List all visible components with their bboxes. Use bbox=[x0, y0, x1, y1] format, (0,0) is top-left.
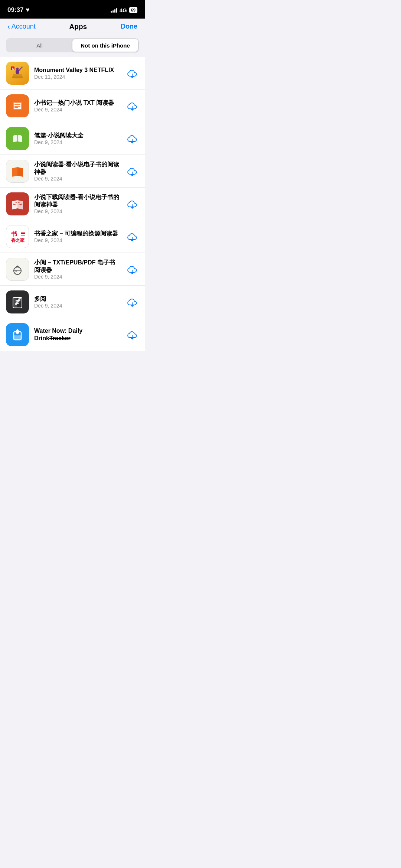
app-name: 小阅 – TXT/EPUB/PDF 电子书阅读器 bbox=[34, 259, 115, 273]
app-date: Dec 9, 2024 bbox=[34, 139, 120, 145]
svg-text:书: 书 bbox=[11, 231, 17, 237]
svg-point-3 bbox=[16, 68, 19, 70]
status-bar: 09:37 ♥ 4G 69 bbox=[0, 0, 145, 19]
app-icon: N bbox=[6, 62, 29, 85]
app-date: Dec 9, 2024 bbox=[34, 107, 120, 113]
download-button[interactable] bbox=[125, 66, 139, 80]
list-item: ≡ 小阅 – TXT/EPUB/PDF 电子书阅读器 Dec 9, 2024 bbox=[0, 253, 145, 286]
battery-container: 69 bbox=[129, 7, 137, 13]
app-info: Monument Valley 3 NETFLIX Dec 11, 2024 bbox=[34, 66, 120, 80]
app-name: 小说阅读器-看小说电子书的阅读神器 bbox=[34, 161, 119, 175]
heart-icon: ♥ bbox=[26, 6, 29, 14]
app-icon bbox=[6, 290, 29, 313]
chevron-left-icon: ‹ bbox=[7, 22, 10, 31]
navigation-bar: ‹ Account Apps Done bbox=[0, 19, 145, 35]
app-name: Monument Valley 3 NETFLIX bbox=[34, 67, 114, 73]
download-button[interactable] bbox=[125, 197, 139, 211]
app-date: Dec 11, 2024 bbox=[34, 74, 120, 80]
segment-control: All Not on this iPhone bbox=[6, 38, 139, 52]
app-info: Water Now: Daily DrinkTracker bbox=[34, 327, 120, 342]
app-name: 小说下载阅读器-看小说电子书的阅读神器 bbox=[34, 194, 119, 208]
list-item: 小说下载阅读器-看小说电子书的阅读神器 Dec 9, 2024 bbox=[0, 188, 145, 220]
app-info: 多阅 Dec 9, 2024 bbox=[34, 295, 120, 309]
app-date: Dec 9, 2024 bbox=[34, 237, 120, 243]
svg-point-5 bbox=[21, 66, 23, 68]
app-icon bbox=[6, 94, 29, 117]
app-info: 小说阅读器-看小说电子书的阅读神器 Dec 9, 2024 bbox=[34, 161, 120, 182]
app-name: 书香之家 – 可编程的换源阅读器 bbox=[34, 230, 118, 237]
app-name: 笔趣-小说阅读大全 bbox=[34, 132, 84, 139]
download-button[interactable] bbox=[125, 295, 139, 309]
app-date: Dec 9, 2024 bbox=[34, 274, 120, 280]
app-info: 笔趣-小说阅读大全 Dec 9, 2024 bbox=[34, 132, 120, 145]
list-item: 小书记—热门小说 TXT 阅读器 Dec 9, 2024 bbox=[0, 90, 145, 122]
download-button[interactable] bbox=[125, 165, 139, 178]
svg-rect-1 bbox=[13, 74, 22, 77]
segment-all-label: All bbox=[36, 42, 43, 49]
app-info: 小阅 – TXT/EPUB/PDF 电子书阅读器 Dec 9, 2024 bbox=[34, 259, 120, 280]
app-date: Dec 9, 2024 bbox=[34, 208, 120, 214]
app-date: Dec 9, 2024 bbox=[34, 303, 120, 309]
app-name: 小书记—热门小说 TXT 阅读器 bbox=[34, 100, 114, 106]
svg-text:≡: ≡ bbox=[15, 269, 17, 273]
segment-not-on-iphone-label: Not on this iPhone bbox=[81, 42, 130, 49]
download-button[interactable] bbox=[125, 132, 139, 145]
app-list: N Monument Valley 3 NETFLIX Dec 11, 2024 bbox=[0, 57, 145, 351]
download-button[interactable] bbox=[125, 230, 139, 243]
app-info: 书香之家 – 可编程的换源阅读器 Dec 9, 2024 bbox=[34, 230, 120, 243]
segment-not-on-iphone[interactable]: Not on this iPhone bbox=[72, 39, 138, 52]
list-item: Water Now: Daily DrinkTracker bbox=[0, 318, 145, 351]
list-item: 笔趣-小说阅读大全 Dec 9, 2024 bbox=[0, 122, 145, 155]
svg-text:N: N bbox=[12, 67, 14, 71]
app-icon: 书 香之家 bbox=[6, 225, 29, 248]
app-name: 多阅 bbox=[34, 296, 46, 302]
app-icon bbox=[6, 192, 29, 215]
app-icon: ≡ bbox=[6, 258, 29, 281]
svg-text:香之家: 香之家 bbox=[11, 238, 25, 243]
segment-all[interactable]: All bbox=[7, 39, 72, 52]
download-button[interactable] bbox=[125, 328, 139, 341]
page-title: Apps bbox=[69, 23, 87, 31]
download-button[interactable] bbox=[125, 99, 139, 113]
app-name: Water Now: Daily DrinkTracker bbox=[34, 328, 82, 341]
app-icon bbox=[6, 160, 29, 183]
done-button[interactable]: Done bbox=[121, 23, 137, 30]
signal-icon bbox=[111, 8, 117, 13]
network-label: 4G bbox=[120, 7, 127, 13]
app-info: 小说下载阅读器-看小说电子书的阅读神器 Dec 9, 2024 bbox=[34, 194, 120, 214]
status-right: 4G 69 bbox=[111, 7, 137, 13]
list-item: 书 香之家 书香之家 – 可编程的换源阅读器 Dec 9, 2024 bbox=[0, 220, 145, 253]
back-button[interactable]: ‹ Account bbox=[7, 22, 36, 31]
app-date: Dec 9, 2024 bbox=[34, 176, 120, 182]
app-icon bbox=[6, 323, 29, 346]
list-item: N Monument Valley 3 NETFLIX Dec 11, 2024 bbox=[0, 57, 145, 90]
time-label: 09:37 bbox=[7, 6, 23, 14]
battery-label: 69 bbox=[129, 7, 137, 13]
back-label: Account bbox=[12, 23, 36, 30]
svg-point-2 bbox=[16, 69, 19, 74]
app-info: 小书记—热门小说 TXT 阅读器 Dec 9, 2024 bbox=[34, 99, 120, 113]
app-icon bbox=[6, 127, 29, 150]
list-item: 小说阅读器-看小说电子书的阅读神器 Dec 9, 2024 bbox=[0, 155, 145, 188]
list-item: 多阅 Dec 9, 2024 bbox=[0, 286, 145, 318]
svg-rect-41 bbox=[14, 335, 21, 340]
status-time: 09:37 ♥ bbox=[7, 6, 30, 14]
download-button[interactable] bbox=[125, 263, 139, 276]
